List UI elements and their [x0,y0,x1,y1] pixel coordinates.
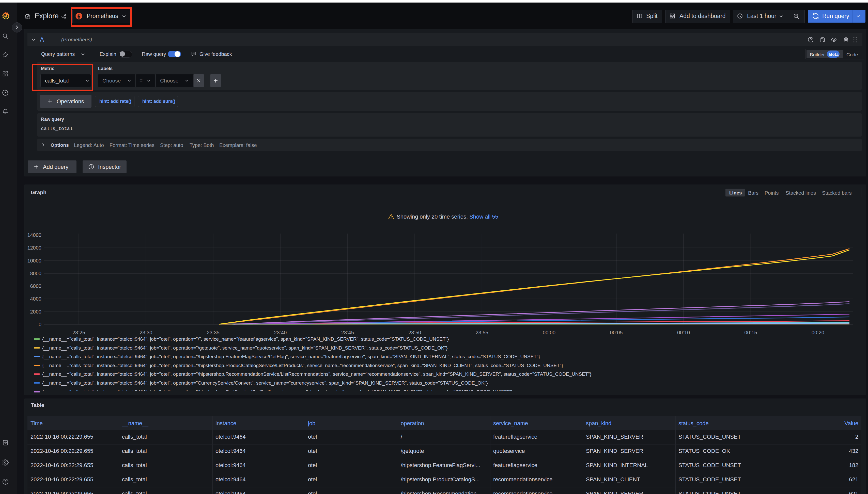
svg-text:10000: 10000 [27,258,41,264]
svg-text:23:45: 23:45 [341,330,354,335]
svg-text:00:10: 00:10 [677,330,690,335]
svg-text:00:15: 00:15 [744,330,757,335]
svg-text:14000: 14000 [27,232,41,238]
svg-text:00:00: 00:00 [543,330,556,335]
svg-text:0: 0 [39,322,41,327]
svg-text:6000: 6000 [30,283,42,289]
svg-text:23:25: 23:25 [72,330,85,335]
svg-text:23:35: 23:35 [207,330,219,335]
svg-text:8000: 8000 [30,271,42,276]
svg-text:23:40: 23:40 [274,330,287,335]
svg-text:00:05: 00:05 [610,330,623,335]
svg-text:00:20: 00:20 [812,330,824,335]
svg-text:12000: 12000 [27,245,41,250]
svg-text:4000: 4000 [30,296,42,302]
svg-text:23:55: 23:55 [476,330,488,335]
svg-text:23:30: 23:30 [140,330,152,335]
svg-text:2000: 2000 [30,309,42,315]
svg-text:23:50: 23:50 [408,330,421,335]
